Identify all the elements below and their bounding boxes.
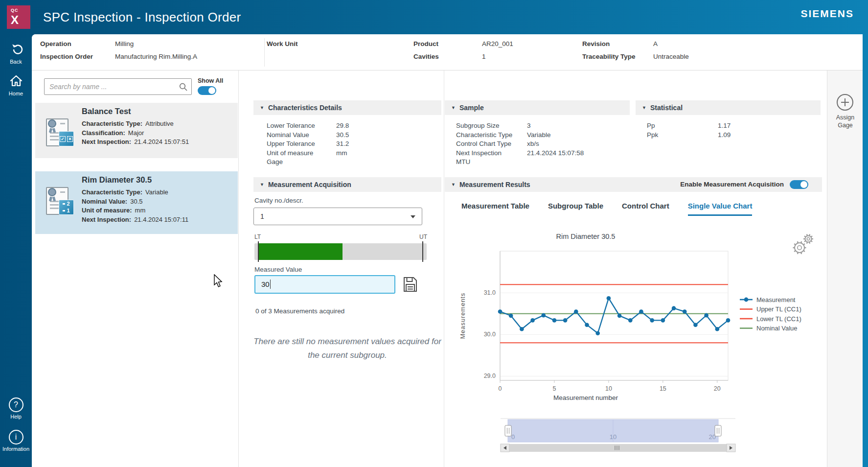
- inspection-order-value: Manufacturing Rim.Milling.A: [115, 53, 197, 60]
- revision-label: Revision: [582, 40, 610, 47]
- chart-title: Rim Diameter 30.5: [556, 233, 616, 240]
- gear-icon[interactable]: [805, 236, 812, 242]
- measured-value-input[interactable]: 30: [254, 275, 395, 294]
- circle-plus-icon[interactable]: [837, 94, 853, 111]
- cavities-label: Cavities: [413, 53, 439, 60]
- measurement-point: [672, 306, 676, 310]
- measurement-results-header[interactable]: ▼ Measurement Results Enable Measurement…: [445, 177, 822, 192]
- back-label: Back: [10, 59, 22, 65]
- app-logo-icon: QC X: [7, 5, 30, 29]
- product-value: AR20_001: [482, 40, 513, 47]
- measurement-point: [650, 318, 654, 323]
- y-axis-label: Measurements: [459, 293, 466, 339]
- enable-acquisition-toggle[interactable]: [790, 180, 808, 189]
- help-button[interactable]: ? Help: [0, 397, 32, 420]
- info-bar-divider: [264, 38, 265, 67]
- no-measurements-message: There are still no measurement values ac…: [253, 335, 441, 362]
- measurement-point: [563, 318, 568, 323]
- item-title: Rim Diameter 30.5: [82, 175, 188, 185]
- measurement-point: [574, 309, 578, 314]
- statistical-header[interactable]: ▼ Statistical: [636, 100, 821, 115]
- tolerance-bar-fill: [258, 243, 343, 260]
- tolerance-bar: [254, 243, 427, 260]
- x-tick-label: 10: [605, 385, 612, 392]
- statistical-title: Statistical: [650, 104, 683, 112]
- show-all-toggle[interactable]: [198, 86, 216, 95]
- sample-rows: Subgroup Size3 Characteristic TypeVariab…: [456, 121, 584, 167]
- traceability-label: Traceability Type: [582, 53, 636, 60]
- page-title: SPC Inspection - Inspection Order: [43, 10, 241, 25]
- traceability-value: Untraceable: [653, 53, 689, 60]
- lt-label: LT: [254, 234, 261, 240]
- house-icon: [8, 73, 24, 89]
- enable-acquisition-label: Enable Measurement Acquisition: [680, 181, 784, 188]
- cavities-value: 1: [482, 53, 486, 60]
- item-field: Characteristic Type:Variable: [82, 188, 188, 197]
- chart-scrollbar-track[interactable]: [501, 444, 735, 452]
- home-button[interactable]: Home: [0, 73, 32, 96]
- measurement-point: [595, 331, 600, 335]
- sample-header[interactable]: ▼ Sample: [445, 100, 630, 115]
- product-label: Product: [413, 40, 438, 47]
- siemens-logo: SIEMENS: [800, 8, 854, 20]
- circular-arrow-left-icon: [8, 42, 24, 57]
- save-button[interactable]: [402, 276, 418, 293]
- navigator-handle[interactable]: [715, 425, 721, 436]
- item-field: Next Inspection:21.4.2024 15:07:51: [82, 138, 189, 147]
- measurement-point: [704, 313, 708, 318]
- assign-gage-label-2: Gage: [827, 121, 863, 129]
- legend-label: Measurement: [756, 296, 796, 304]
- content-area: Show All ✓✕ Balance Test Characteristic …: [32, 70, 863, 467]
- show-all-label: Show All: [198, 77, 223, 84]
- navigator-handle[interactable]: [505, 425, 511, 436]
- tab-measurement-table[interactable]: Measurement Table: [461, 202, 529, 216]
- item-title: Balance Test: [82, 107, 189, 116]
- measurement-point: [693, 323, 698, 327]
- plot-area: [500, 251, 728, 380]
- sample-title: Sample: [459, 104, 484, 112]
- search-input[interactable]: [44, 78, 192, 95]
- item-field: Classification:Major: [82, 129, 189, 138]
- results-tab-bar: Measurement Table Subgroup Table Control…: [461, 202, 752, 216]
- navigator-tick-label: 0: [511, 433, 515, 441]
- collapse-triangle-icon: ▼: [260, 105, 264, 110]
- tab-control-chart[interactable]: Control Chart: [622, 202, 669, 216]
- operation-value: Milling: [115, 40, 134, 47]
- measured-value-label: Measured Value: [254, 266, 302, 273]
- x-tick-label: 5: [552, 385, 556, 392]
- revision-value: A: [653, 40, 658, 47]
- search-icon: [179, 82, 188, 92]
- measurement-acquisition-header[interactable]: ▼ Measurement Acquisition: [253, 177, 441, 192]
- app-logo-main-text: X: [11, 13, 19, 27]
- y-tick-label: 30.0: [484, 331, 496, 338]
- chevron-down-icon: [411, 215, 415, 218]
- assign-gage-label-1: Assign: [827, 114, 863, 121]
- left-sidebar: Back Home ? Help i Information: [0, 34, 32, 467]
- measurements-progress-text: 0 of 3 Measurements acquired: [255, 307, 344, 315]
- tab-subgroup-table[interactable]: Subgroup Table: [548, 202, 603, 216]
- measurement-point: [726, 318, 731, 323]
- app-logo-small-text: QC: [11, 8, 19, 13]
- measurement-point: [639, 309, 643, 314]
- list-column-divider: [238, 70, 239, 467]
- characteristics-details-title: Characteristics Details: [268, 104, 342, 112]
- cavity-label: Cavity no./descr.: [254, 197, 303, 204]
- list-item-balance-test[interactable]: ✓✕ Balance Test Characteristic Type:Attr…: [35, 103, 238, 158]
- navigator-tick-label: 10: [610, 433, 617, 441]
- characteristics-details-header[interactable]: ▼ Characteristics Details: [253, 100, 441, 115]
- gear-icon[interactable]: [795, 243, 804, 253]
- back-button[interactable]: Back: [0, 42, 32, 65]
- item-field: Next Inspection:21.4.2024 15:07:11: [82, 215, 188, 225]
- y-tick-label: 31.0: [484, 289, 496, 296]
- cavity-dropdown[interactable]: 1: [253, 208, 422, 225]
- legend-label: Nominal Value: [756, 325, 798, 332]
- characteristics-details-rows: Lower Tolerance29.8 Nominal Value30.5 Up…: [267, 121, 349, 167]
- text-caret: [270, 280, 271, 289]
- measurement-point: [683, 309, 687, 314]
- list-item-rim-diameter[interactable]: 2 1 Rim Diameter 30.5 Characteristic Typ…: [35, 171, 238, 234]
- collapse-triangle-icon: ▼: [451, 105, 456, 110]
- information-button[interactable]: i Information: [0, 430, 32, 452]
- tab-single-value-chart[interactable]: Single Value Chart: [688, 202, 753, 216]
- measurement-point: [509, 314, 513, 318]
- information-label: Information: [2, 446, 29, 452]
